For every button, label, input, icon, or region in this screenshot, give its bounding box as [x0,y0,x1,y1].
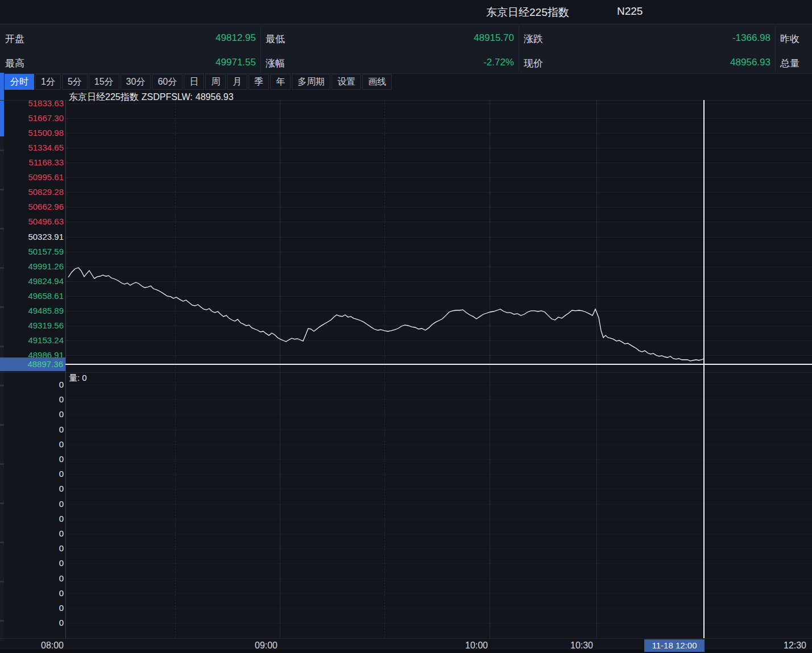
price-axis-label: 49319.56 [2,321,64,331]
volume-axis-label: 0 [2,529,64,539]
gridline-h-volume [65,430,812,430]
price-axis-label: 51667.30 [2,113,64,123]
stat-value: 49812.95 [34,32,256,44]
price-axis-label: 50157.59 [2,247,64,257]
volume-axis-label: 0 [2,603,64,613]
volume-axis-label: 0 [2,469,64,479]
header-bar: 东京日经225指数 N225 [0,0,812,24]
volume-axis-label: 0 [2,394,64,405]
crosshair-vertical-line[interactable] [703,100,705,638]
price-axis-label: 51833.63 [2,98,64,109]
stat-label: 涨跌 [524,32,543,45]
stat-value: 48956.93 [553,57,770,68]
tab-quarter[interactable]: 季 [248,74,269,90]
tab-draw-line[interactable]: 画线 [362,74,392,90]
tab-week[interactable]: 周 [205,74,226,90]
gridline-h-volume [65,444,812,445]
volume-axis-label: 0 [2,380,64,390]
gridline-h-volume [65,474,812,475]
volume-axis-label: 0 [2,409,64,419]
stat-label: 昨收 [780,32,799,45]
price-axis-label: 50995.61 [2,172,64,182]
instrument-symbol: N225 [617,5,643,18]
gridline-h-volume [65,623,812,623]
volume-axis-label: 0 [2,588,64,598]
tab-15min[interactable]: 15分 [89,74,119,90]
stat-label: 开盘 [5,32,24,45]
stats-bar: 开盘49812.95最高49971.55最低48915.70涨幅-2.72%涨跌… [0,24,812,74]
tab-day[interactable]: 日 [184,74,204,90]
price-axis-label: 49991.26 [2,261,64,272]
price-axis-label: 50662.96 [2,202,64,212]
tab-30min[interactable]: 30分 [121,74,151,90]
crosshair-time-tag: 11-18 12:00 [644,639,705,652]
price-axis-label: 51168.33 [2,157,64,168]
gridline-h-volume [65,608,812,609]
volume-axis-label: 0 [2,439,64,450]
volume-axis-label: 0 [2,573,64,584]
gridline-h-volume [65,385,812,385]
stats-divider [260,26,261,72]
volume-axis-label: 0 [2,484,64,494]
stat-label: 最高 [5,57,24,70]
period-toolbar: 分时1分5分15分30分60分日周月季年多周期设置画线 [5,74,393,90]
tab-settings[interactable]: 设置 [332,74,361,90]
price-line [68,268,704,361]
volume-pane-bottom-border [0,638,812,639]
price-axis-label: 50323.91 [2,232,64,242]
stat-label: 最低 [266,32,285,45]
volume-axis-label: 0 [2,514,64,524]
price-axis-label: 50829.28 [2,187,64,197]
overlay-code: ZSDPFSLW: [142,92,193,102]
price-axis-label: 49658.61 [2,291,64,301]
overlay-price: 48956.93 [196,92,234,102]
tab-year[interactable]: 年 [270,74,291,90]
volume-axis-label: 0 [2,499,64,509]
gridline-h-volume [65,504,812,505]
tab-1min[interactable]: 1分 [35,74,61,90]
gridline-h-volume [65,563,812,564]
price-axis-label: 51334.65 [2,143,64,153]
tab-timeline[interactable]: 分时 [5,74,34,90]
stat-label: 现价 [524,57,543,70]
tab-multi-period[interactable]: 多周期 [292,74,330,90]
price-axis-label: 49824.94 [2,276,64,286]
stat-value: -1366.98 [553,32,770,44]
volume-axis-label: 0 [2,425,64,435]
tab-5min[interactable]: 5分 [62,74,88,90]
stat-value: 48915.70 [295,32,514,44]
price-axis-label: 50496.63 [2,217,64,227]
crosshair-price-tag: 48897.36 [0,357,65,371]
stat-value: 49971.55 [34,57,256,68]
volume-axis-label: 0 [2,558,64,568]
gridline-h-volume [65,534,812,534]
gridline-h-volume [65,579,812,579]
volume-value-label: 量: 0 [69,373,87,384]
crosshair-horizontal-line[interactable] [65,364,812,365]
instrument-title: 东京日经225指数 [486,5,569,20]
stat-label: 涨幅 [266,57,285,70]
stats-divider [519,26,519,72]
stat-label: 总量 [780,57,799,70]
gridline-h-volume [65,400,812,400]
overlay-instrument-name: 东京日经225指数 [69,92,139,102]
stats-divider [775,26,776,72]
price-pane-bottom-border [0,372,812,373]
price-axis-label: 49485.89 [2,306,64,316]
tab-60min[interactable]: 60分 [152,74,183,90]
gridline-h-volume [65,519,812,519]
price-axis-label: 49153.24 [2,335,64,346]
volume-axis-label: 0 [2,618,64,628]
volume-axis-label: 0 [2,454,64,464]
stat-value: -2.72% [295,57,514,68]
gridline-h-volume [65,459,812,460]
tab-month[interactable]: 月 [227,74,247,90]
chart-overlay-title: 东京日经225指数ZSDPFSLW:48956.93 [69,91,237,103]
app-window: 东京日经225指数 N225 开盘49812.95最高49971.55最低489… [0,0,812,653]
gridline-h-volume [65,414,812,415]
volume-axis-label: 0 [2,543,64,554]
price-axis-label: 51500.98 [2,128,64,138]
price-line-svg [65,100,812,372]
gridline-h-volume [65,593,812,594]
gridline-h-volume [65,548,812,549]
